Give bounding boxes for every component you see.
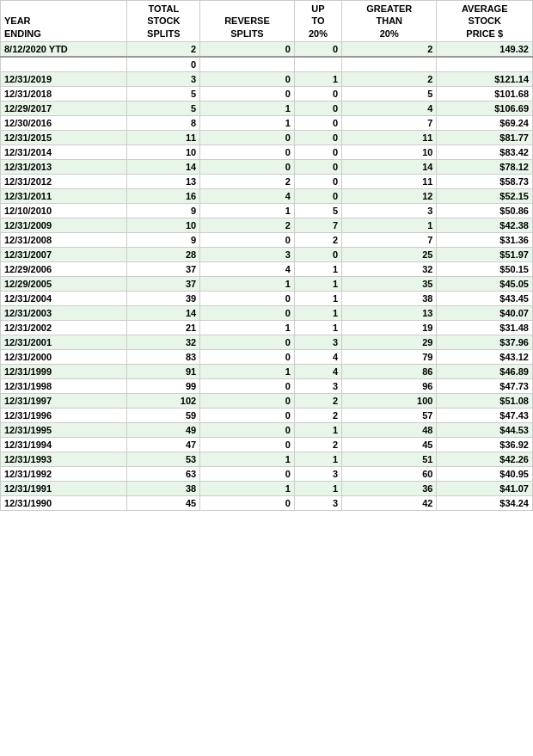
- cell-year: 12/31/2009: [1, 218, 127, 232]
- cell-value: $50.15: [437, 261, 533, 276]
- cell-value: 1: [342, 218, 437, 232]
- table-row: 12/31/1991381136$41.07: [1, 481, 533, 495]
- cell-value: $40.95: [437, 466, 533, 481]
- cell-value: 29: [342, 335, 437, 349]
- cell-value: 1: [200, 203, 295, 218]
- cell-value: 0: [200, 71, 295, 86]
- table-row: 12/10/20109153$50.86: [1, 203, 533, 218]
- cell-value: 2: [200, 174, 295, 188]
- cell-value: 0: [200, 349, 295, 364]
- cell-value: 2: [294, 408, 341, 422]
- cell-year: 12/31/1998: [1, 378, 127, 393]
- cell-value: 32: [127, 335, 200, 349]
- cell-year: 12/31/1990: [1, 495, 127, 510]
- cell-year: 12/31/2002: [1, 320, 127, 335]
- cell-value: 0: [200, 378, 295, 393]
- cell-value: 1: [294, 422, 341, 437]
- cell-value: [342, 57, 437, 72]
- cell-value: 9: [127, 232, 200, 247]
- cell-value: 0: [294, 130, 341, 144]
- table-row: 12/31/2002211119$31.48: [1, 320, 533, 335]
- cell-value: 32: [342, 261, 437, 276]
- cell-value: 11: [127, 130, 200, 144]
- cell-value: 0: [127, 57, 200, 72]
- cell-value: $42.38: [437, 218, 533, 232]
- cell-value: 19: [342, 320, 437, 335]
- col-reverse: REVERSESPLITS: [200, 1, 295, 42]
- table-row: 12/31/1995490148$44.53: [1, 422, 533, 437]
- cell-value: $45.05: [437, 276, 533, 291]
- cell-year: 12/31/2007: [1, 247, 127, 261]
- cell-value: 4: [294, 349, 341, 364]
- cell-value: 0: [200, 86, 295, 101]
- cell-year: 12/31/1996: [1, 408, 127, 422]
- cell-value: 4: [200, 261, 295, 276]
- cell-value: 1: [294, 291, 341, 305]
- cell-value: 1: [294, 452, 341, 466]
- table-row: 12/31/1994470245$36.92: [1, 437, 533, 452]
- table-row: 12/31/1990450342$34.24: [1, 495, 533, 510]
- cell-value: 100: [342, 393, 437, 408]
- cell-value: 1: [294, 320, 341, 335]
- cell-value: 8: [127, 115, 200, 130]
- cell-value: $47.43: [437, 408, 533, 422]
- cell-value: 1: [200, 101, 295, 115]
- table-row: 12/31/2011164012$52.15: [1, 188, 533, 203]
- cell-value: 149.32: [437, 41, 533, 57]
- cell-value: 25: [342, 247, 437, 261]
- cell-year: 12/31/1994: [1, 437, 127, 452]
- cell-value: 12: [342, 188, 437, 203]
- table-row: 12/31/1999911486$46.89: [1, 364, 533, 378]
- cell-value: [200, 57, 295, 72]
- col-total: TOTALSTOCKSPLITS: [127, 1, 200, 42]
- cell-value: 7: [342, 115, 437, 130]
- cell-year: 8/12/2020 YTD: [1, 41, 127, 57]
- cell-year: 12/31/1993: [1, 452, 127, 466]
- cell-value: 48: [342, 422, 437, 437]
- table-row: 12/30/20168107$69.24: [1, 115, 533, 130]
- table-row: 12/31/1996590257$47.43: [1, 408, 533, 422]
- cell-value: 13: [127, 174, 200, 188]
- cell-value: $121.14: [437, 71, 533, 86]
- cell-value: $101.68: [437, 86, 533, 101]
- cell-year: 12/31/2011: [1, 188, 127, 203]
- cell-year: 12/31/2008: [1, 232, 127, 247]
- cell-value: 3: [294, 495, 341, 510]
- table-row: 12/31/2000830479$43.12: [1, 349, 533, 364]
- cell-value: 83: [127, 349, 200, 364]
- cell-value: 45: [342, 437, 437, 452]
- cell-value: 7: [294, 218, 341, 232]
- cell-year: 12/31/2004: [1, 291, 127, 305]
- cell-value: 4: [342, 101, 437, 115]
- cell-value: $78.12: [437, 159, 533, 174]
- cell-value: 14: [127, 159, 200, 174]
- cell-value: 63: [127, 466, 200, 481]
- cell-value: 3: [127, 71, 200, 86]
- cell-value: 102: [127, 393, 200, 408]
- cell-value: 79: [342, 349, 437, 364]
- cell-value: 0: [200, 305, 295, 320]
- table-row: 12/31/2013140014$78.12: [1, 159, 533, 174]
- cell-year: 12/31/1992: [1, 466, 127, 481]
- cell-value: $58.73: [437, 174, 533, 188]
- cell-year: 12/31/2003: [1, 305, 127, 320]
- cell-value: 1: [294, 276, 341, 291]
- cell-value: $51.97: [437, 247, 533, 261]
- cell-value: $42.26: [437, 452, 533, 466]
- cell-value: 21: [127, 320, 200, 335]
- cell-year: 12/31/2013: [1, 159, 127, 174]
- table-row: 12/31/20089027$31.36: [1, 232, 533, 247]
- cell-value: [437, 57, 533, 72]
- cell-value: $51.08: [437, 393, 533, 408]
- cell-value: 13: [342, 305, 437, 320]
- col-avg: AVERAGESTOCKPRICE $: [437, 1, 533, 42]
- cell-year: 12/31/1997: [1, 393, 127, 408]
- table-row: 12/31/2003140113$40.07: [1, 305, 533, 320]
- cell-value: $31.36: [437, 232, 533, 247]
- cell-value: 5: [342, 86, 437, 101]
- table-row: 12/31/1992630360$40.95: [1, 466, 533, 481]
- cell-value: 1: [294, 481, 341, 495]
- cell-value: 3: [294, 466, 341, 481]
- cell-value: 0: [200, 393, 295, 408]
- cell-value: $81.77: [437, 130, 533, 144]
